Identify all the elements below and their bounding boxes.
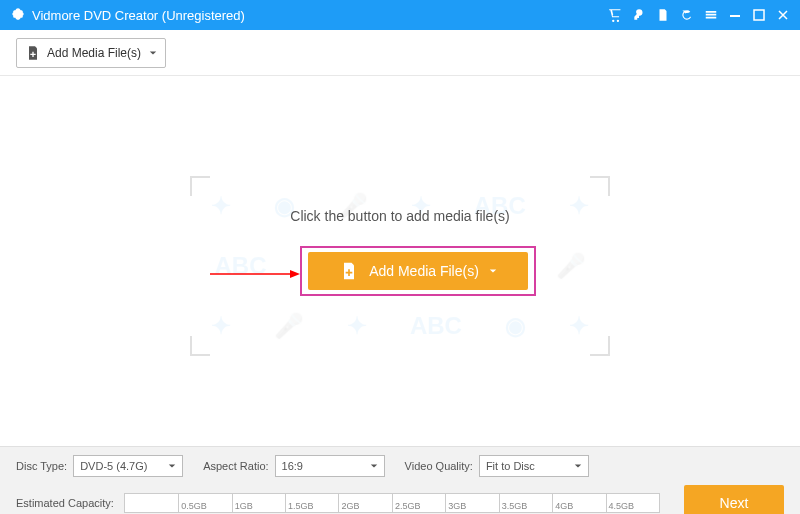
- annotation-highlight: Add Media File(s): [300, 246, 536, 296]
- bottombar: Disc Type: DVD-5 (4.7G) Aspect Ratio: 16…: [0, 446, 800, 514]
- add-media-label-small: Add Media File(s): [47, 46, 141, 60]
- cart-icon[interactable]: [608, 8, 622, 22]
- capacity-tick: 4.5GB: [606, 494, 635, 512]
- svg-rect-0: [730, 15, 740, 17]
- add-media-label-large: Add Media File(s): [369, 263, 479, 279]
- disc-type-select[interactable]: DVD-5 (4.7G): [73, 455, 183, 477]
- app-logo-icon: [10, 7, 26, 23]
- capacity-tick: 0.5GB: [178, 494, 207, 512]
- dropzone-hint: Click the button to add media file(s): [190, 208, 610, 224]
- chevron-down-icon: [370, 462, 378, 470]
- bottom-row-2: Estimated Capacity: 0.5GB 1GB 1.5GB 2GB …: [16, 485, 784, 514]
- chevron-down-icon: [574, 462, 582, 470]
- video-quality-group: Video Quality: Fit to Disc: [405, 455, 589, 477]
- aspect-ratio-label: Aspect Ratio:: [203, 460, 268, 472]
- main-area: ✦◉🎤✦ABC✦ ABC✦◉ABC🎤 ✦🎤✦ABC◉✦ Click the bu…: [0, 76, 800, 446]
- doc-icon[interactable]: [656, 8, 670, 22]
- bottom-row-1: Disc Type: DVD-5 (4.7G) Aspect Ratio: 16…: [16, 455, 784, 477]
- video-quality-select[interactable]: Fit to Disc: [479, 455, 589, 477]
- capacity-label: Estimated Capacity:: [16, 497, 114, 509]
- chevron-down-icon: [489, 267, 497, 275]
- capacity-tick: 3.5GB: [499, 494, 528, 512]
- capacity-tick: 1GB: [232, 494, 253, 512]
- capacity-tick: 2GB: [338, 494, 359, 512]
- file-add-icon: [25, 45, 41, 61]
- toolbar: Add Media File(s): [0, 30, 800, 76]
- chevron-down-icon: [149, 49, 157, 57]
- corner-br: [590, 336, 610, 356]
- capacity-tick: 2.5GB: [392, 494, 421, 512]
- window-title: Vidmore DVD Creator (Unregistered): [32, 8, 245, 23]
- add-media-button-small[interactable]: Add Media File(s): [16, 38, 166, 68]
- aspect-ratio-select[interactable]: 16:9: [275, 455, 385, 477]
- capacity-bar: 0.5GB 1GB 1.5GB 2GB 2.5GB 3GB 3.5GB 4GB …: [124, 493, 660, 513]
- add-media-button-large[interactable]: Add Media File(s): [308, 252, 528, 290]
- capacity-tick: 3GB: [445, 494, 466, 512]
- video-quality-label: Video Quality:: [405, 460, 473, 472]
- next-button[interactable]: Next: [684, 485, 784, 514]
- corner-bl: [190, 336, 210, 356]
- svg-marker-3: [290, 270, 300, 278]
- disc-type-group: Disc Type: DVD-5 (4.7G): [16, 455, 183, 477]
- minimize-icon[interactable]: [728, 8, 742, 22]
- chevron-down-icon: [168, 462, 176, 470]
- annotation-arrow-icon: [210, 268, 300, 280]
- corner-tl: [190, 176, 210, 196]
- titlebar-actions: [608, 8, 790, 22]
- close-icon[interactable]: [776, 8, 790, 22]
- svg-rect-1: [754, 10, 764, 20]
- refresh-icon[interactable]: [680, 8, 694, 22]
- disc-type-label: Disc Type:: [16, 460, 67, 472]
- titlebar: Vidmore DVD Creator (Unregistered): [0, 0, 800, 30]
- key-icon[interactable]: [632, 8, 646, 22]
- capacity-tick: 4GB: [552, 494, 573, 512]
- menu-icon[interactable]: [704, 8, 718, 22]
- file-add-icon: [339, 261, 359, 281]
- aspect-ratio-group: Aspect Ratio: 16:9: [203, 455, 384, 477]
- capacity-tick: 1.5GB: [285, 494, 314, 512]
- corner-tr: [590, 176, 610, 196]
- maximize-icon[interactable]: [752, 8, 766, 22]
